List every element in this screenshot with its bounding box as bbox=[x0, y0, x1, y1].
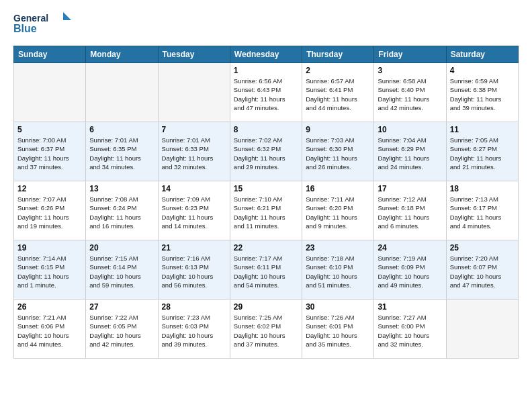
logo-svg: General Blue bbox=[13, 11, 74, 39]
day-info: Sunrise: 7:22 AM Sunset: 6:05 PM Dayligh… bbox=[89, 313, 154, 349]
day-info: Sunrise: 7:13 AM Sunset: 6:17 PM Dayligh… bbox=[450, 195, 515, 230]
calendar-cell bbox=[86, 63, 158, 122]
day-headers-row: SundayMondayTuesdayWednesdayThursdayFrid… bbox=[14, 46, 519, 63]
day-header-wednesday: Wednesday bbox=[230, 46, 302, 63]
calendar-table: SundayMondayTuesdayWednesdayThursdayFrid… bbox=[13, 46, 519, 359]
calendar-cell: 12Sunrise: 7:07 AM Sunset: 6:26 PM Dayli… bbox=[14, 181, 86, 240]
calendar-cell bbox=[158, 63, 230, 122]
day-info: Sunrise: 7:04 AM Sunset: 6:29 PM Dayligh… bbox=[378, 136, 442, 171]
day-number: 9 bbox=[306, 125, 370, 134]
calendar-cell: 1Sunrise: 6:56 AM Sunset: 6:43 PM Daylig… bbox=[230, 63, 302, 122]
day-info: Sunrise: 7:12 AM Sunset: 6:18 PM Dayligh… bbox=[378, 195, 442, 230]
calendar-cell: 22Sunrise: 7:17 AM Sunset: 6:11 PM Dayli… bbox=[230, 240, 302, 300]
calendar-cell: 19Sunrise: 7:14 AM Sunset: 6:15 PM Dayli… bbox=[14, 240, 86, 300]
day-number: 18 bbox=[450, 184, 515, 193]
day-info: Sunrise: 6:58 AM Sunset: 6:40 PM Dayligh… bbox=[378, 77, 442, 112]
day-header-tuesday: Tuesday bbox=[158, 46, 230, 63]
calendar-cell: 20Sunrise: 7:15 AM Sunset: 6:14 PM Dayli… bbox=[86, 240, 158, 300]
day-info: Sunrise: 7:03 AM Sunset: 6:30 PM Dayligh… bbox=[306, 136, 370, 171]
day-number: 26 bbox=[17, 302, 82, 312]
day-header-saturday: Saturday bbox=[446, 46, 518, 63]
calendar-cell: 13Sunrise: 7:08 AM Sunset: 6:24 PM Dayli… bbox=[86, 181, 158, 240]
calendar-cell: 27Sunrise: 7:22 AM Sunset: 6:05 PM Dayli… bbox=[86, 300, 158, 359]
day-number: 12 bbox=[17, 184, 82, 193]
day-number: 27 bbox=[89, 302, 154, 312]
day-info: Sunrise: 7:05 AM Sunset: 6:27 PM Dayligh… bbox=[450, 136, 515, 171]
day-info: Sunrise: 7:07 AM Sunset: 6:26 PM Dayligh… bbox=[17, 195, 82, 230]
calendar-cell: 26Sunrise: 7:21 AM Sunset: 6:06 PM Dayli… bbox=[14, 300, 86, 359]
calendar-cell: 24Sunrise: 7:19 AM Sunset: 6:09 PM Dayli… bbox=[374, 240, 446, 300]
day-number: 31 bbox=[378, 302, 442, 312]
day-info: Sunrise: 7:08 AM Sunset: 6:24 PM Dayligh… bbox=[89, 195, 154, 230]
day-number: 11 bbox=[450, 125, 515, 134]
svg-text:General: General bbox=[13, 13, 48, 24]
day-info: Sunrise: 7:02 AM Sunset: 6:32 PM Dayligh… bbox=[234, 136, 298, 171]
day-number: 8 bbox=[234, 125, 298, 134]
day-number: 14 bbox=[162, 184, 226, 193]
calendar-cell: 21Sunrise: 7:16 AM Sunset: 6:13 PM Dayli… bbox=[158, 240, 230, 300]
day-number: 28 bbox=[162, 302, 226, 312]
day-info: Sunrise: 7:01 AM Sunset: 6:33 PM Dayligh… bbox=[162, 136, 226, 171]
day-info: Sunrise: 7:20 AM Sunset: 6:07 PM Dayligh… bbox=[450, 254, 515, 289]
calendar-cell: 2Sunrise: 6:57 AM Sunset: 6:41 PM Daylig… bbox=[302, 63, 374, 122]
day-info: Sunrise: 7:11 AM Sunset: 6:20 PM Dayligh… bbox=[306, 195, 370, 230]
day-info: Sunrise: 7:17 AM Sunset: 6:11 PM Dayligh… bbox=[234, 254, 298, 289]
day-number: 5 bbox=[17, 125, 82, 134]
day-info: Sunrise: 7:25 AM Sunset: 6:02 PM Dayligh… bbox=[234, 313, 298, 349]
day-number: 20 bbox=[89, 243, 154, 253]
calendar-cell: 9Sunrise: 7:03 AM Sunset: 6:30 PM Daylig… bbox=[302, 122, 374, 181]
calendar-cell bbox=[446, 300, 518, 359]
day-number: 16 bbox=[306, 184, 370, 193]
day-info: Sunrise: 7:18 AM Sunset: 6:10 PM Dayligh… bbox=[306, 254, 370, 289]
day-number: 24 bbox=[378, 243, 442, 253]
day-info: Sunrise: 7:21 AM Sunset: 6:06 PM Dayligh… bbox=[17, 313, 82, 349]
calendar-cell: 7Sunrise: 7:01 AM Sunset: 6:33 PM Daylig… bbox=[158, 122, 230, 181]
calendar-cell: 25Sunrise: 7:20 AM Sunset: 6:07 PM Dayli… bbox=[446, 240, 518, 300]
day-number: 17 bbox=[378, 184, 442, 193]
day-info: Sunrise: 7:01 AM Sunset: 6:35 PM Dayligh… bbox=[89, 136, 154, 171]
day-number: 30 bbox=[306, 302, 370, 312]
header: General Blue bbox=[13, 11, 519, 39]
day-info: Sunrise: 7:10 AM Sunset: 6:21 PM Dayligh… bbox=[234, 195, 298, 230]
day-info: Sunrise: 7:19 AM Sunset: 6:09 PM Dayligh… bbox=[378, 254, 442, 289]
day-number: 4 bbox=[450, 66, 515, 75]
day-number: 3 bbox=[378, 66, 442, 75]
calendar-cell: 23Sunrise: 7:18 AM Sunset: 6:10 PM Dayli… bbox=[302, 240, 374, 300]
calendar-cell: 28Sunrise: 7:23 AM Sunset: 6:03 PM Dayli… bbox=[158, 300, 230, 359]
calendar-cell: 31Sunrise: 7:27 AM Sunset: 6:00 PM Dayli… bbox=[374, 300, 446, 359]
day-header-monday: Monday bbox=[86, 46, 158, 63]
calendar-cell: 8Sunrise: 7:02 AM Sunset: 6:32 PM Daylig… bbox=[230, 122, 302, 181]
logo: General Blue bbox=[13, 11, 74, 39]
calendar-cell: 18Sunrise: 7:13 AM Sunset: 6:17 PM Dayli… bbox=[446, 181, 518, 240]
svg-text:Blue: Blue bbox=[13, 23, 37, 34]
calendar-cell: 11Sunrise: 7:05 AM Sunset: 6:27 PM Dayli… bbox=[446, 122, 518, 181]
day-info: Sunrise: 7:15 AM Sunset: 6:14 PM Dayligh… bbox=[89, 254, 154, 289]
day-info: Sunrise: 7:14 AM Sunset: 6:15 PM Dayligh… bbox=[17, 254, 82, 289]
day-number: 29 bbox=[234, 302, 298, 312]
day-number: 2 bbox=[306, 66, 370, 75]
day-number: 1 bbox=[234, 66, 298, 75]
day-number: 21 bbox=[162, 243, 226, 253]
day-number: 23 bbox=[306, 243, 370, 253]
calendar-cell: 5Sunrise: 7:00 AM Sunset: 6:37 PM Daylig… bbox=[14, 122, 86, 181]
day-info: Sunrise: 6:59 AM Sunset: 6:38 PM Dayligh… bbox=[450, 77, 515, 112]
calendar-cell: 15Sunrise: 7:10 AM Sunset: 6:21 PM Dayli… bbox=[230, 181, 302, 240]
day-info: Sunrise: 7:00 AM Sunset: 6:37 PM Dayligh… bbox=[17, 136, 82, 171]
day-number: 6 bbox=[89, 125, 154, 134]
day-info: Sunrise: 7:16 AM Sunset: 6:13 PM Dayligh… bbox=[162, 254, 226, 289]
day-header-friday: Friday bbox=[374, 46, 446, 63]
calendar-cell: 6Sunrise: 7:01 AM Sunset: 6:35 PM Daylig… bbox=[86, 122, 158, 181]
calendar-cell: 4Sunrise: 6:59 AM Sunset: 6:38 PM Daylig… bbox=[446, 63, 518, 122]
svg-marker-3 bbox=[63, 12, 71, 20]
calendar-cell: 10Sunrise: 7:04 AM Sunset: 6:29 PM Dayli… bbox=[374, 122, 446, 181]
calendar-cell bbox=[14, 63, 86, 122]
day-number: 15 bbox=[234, 184, 298, 193]
day-info: Sunrise: 7:26 AM Sunset: 6:01 PM Dayligh… bbox=[306, 313, 370, 349]
day-number: 10 bbox=[378, 125, 442, 134]
calendar-cell: 17Sunrise: 7:12 AM Sunset: 6:18 PM Dayli… bbox=[374, 181, 446, 240]
calendar-cell: 30Sunrise: 7:26 AM Sunset: 6:01 PM Dayli… bbox=[302, 300, 374, 359]
day-header-thursday: Thursday bbox=[302, 46, 374, 63]
day-number: 22 bbox=[234, 243, 298, 253]
day-info: Sunrise: 7:27 AM Sunset: 6:00 PM Dayligh… bbox=[378, 313, 442, 349]
calendar-cell: 3Sunrise: 6:58 AM Sunset: 6:40 PM Daylig… bbox=[374, 63, 446, 122]
